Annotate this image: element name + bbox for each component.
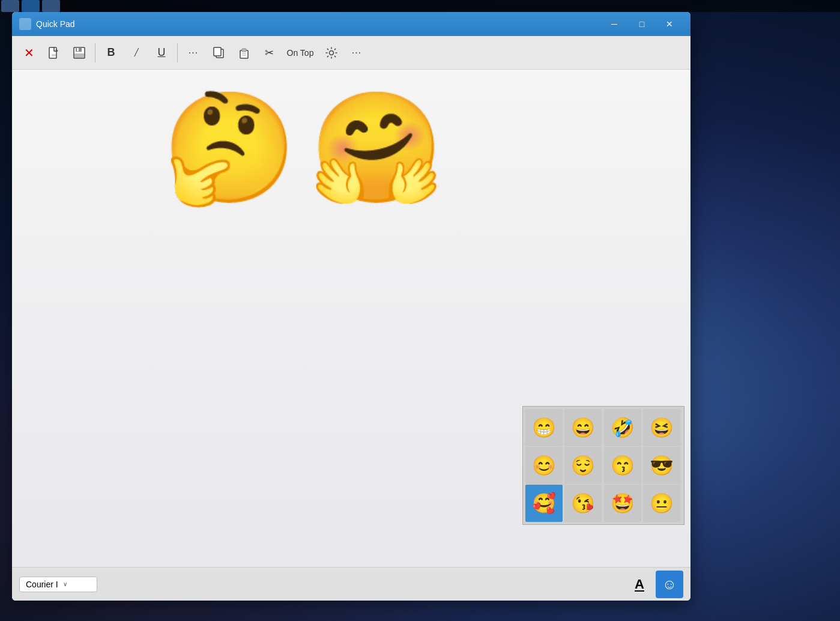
font-selector[interactable]: Courier I ∨: [19, 577, 97, 592]
app-window: Quick Pad ─ □ ✕ ✕ B: [12, 12, 690, 601]
taskbar-icon-2[interactable]: [22, 0, 40, 12]
emoji-cell-6[interactable]: 😙: [604, 447, 641, 484]
settings-button[interactable]: [319, 41, 343, 65]
svg-rect-0: [49, 47, 56, 58]
copy-button[interactable]: [207, 41, 231, 65]
status-bar-right: A ☺: [626, 571, 683, 598]
emoji-cell-2[interactable]: 🤣: [604, 409, 641, 446]
window-title: Quick Pad: [36, 19, 600, 29]
emoji-hugging: 🤗: [309, 94, 444, 202]
save-icon: [73, 46, 86, 59]
font-dropdown-arrow: ∨: [63, 581, 67, 587]
title-bar: Quick Pad ─ □ ✕: [12, 12, 690, 36]
svg-rect-6: [77, 48, 79, 51]
emoji-cell-0[interactable]: 😁: [525, 409, 563, 446]
emoji-cell-7[interactable]: 😎: [643, 447, 680, 484]
emoji-thinking: 🤔: [162, 94, 297, 202]
emoji-cell-1[interactable]: 😄: [564, 409, 602, 446]
taskbar-icon-1[interactable]: [1, 0, 19, 12]
font-name: Courier I: [26, 580, 58, 589]
maximize-button[interactable]: □: [628, 12, 656, 36]
emoji-cell-8[interactable]: 🥰: [525, 485, 563, 522]
paste-icon: [237, 46, 250, 59]
save-button[interactable]: [67, 41, 91, 65]
text-format-button[interactable]: A: [626, 571, 653, 598]
toolbar: ✕ B / U ···: [12, 36, 690, 70]
taskbar-icon-3[interactable]: [42, 0, 60, 12]
emoji-picker-panel: 😁 😄 🤣 😆 😊 😌 😙 😎 🥰 😘 🤩 😐: [522, 406, 684, 525]
svg-rect-9: [214, 47, 221, 56]
svg-rect-7: [74, 53, 84, 58]
emoji-cell-9[interactable]: 😘: [564, 485, 602, 522]
separator-1: [95, 43, 95, 62]
italic-button[interactable]: /: [124, 41, 148, 65]
on-top-button[interactable]: On Top: [282, 41, 318, 65]
emoji-cell-5[interactable]: 😌: [564, 447, 602, 484]
more-formatting-button[interactable]: ···: [181, 41, 205, 65]
emoji-picker-toggle-button[interactable]: ☺: [656, 571, 683, 598]
status-bar: Courier I ∨ A ☺: [12, 567, 690, 601]
copy-icon: [212, 46, 225, 59]
underline-button[interactable]: U: [150, 41, 174, 65]
svg-point-14: [330, 50, 334, 55]
svg-rect-11: [242, 49, 246, 52]
separator-2: [177, 43, 178, 62]
title-bar-controls: ─ □ ✕: [600, 12, 683, 36]
app-icon: [19, 18, 31, 30]
close-button[interactable]: ✕: [656, 12, 683, 36]
bold-button[interactable]: B: [99, 41, 123, 65]
minimize-button[interactable]: ─: [600, 12, 628, 36]
emoji-cell-4[interactable]: 😊: [525, 447, 563, 484]
settings-icon: [325, 46, 338, 59]
editor-content: 🤔 🤗: [162, 94, 444, 202]
paste-button[interactable]: [232, 41, 256, 65]
cut-button[interactable]: ✂: [257, 41, 281, 65]
emoji-cell-10[interactable]: 🤩: [604, 485, 641, 522]
editor-area[interactable]: 🤔 🤗 😁 😄 🤣 😆 😊 😌 😙 😎 🥰 😘 🤩 😐: [12, 70, 690, 567]
new-file-button[interactable]: [42, 41, 66, 65]
overflow-menu-button[interactable]: ···: [345, 41, 369, 65]
taskbar: [0, 0, 840, 12]
emoji-cell-3[interactable]: 😆: [643, 409, 680, 446]
clear-button[interactable]: ✕: [17, 41, 41, 65]
emoji-cell-11[interactable]: 😐: [643, 485, 680, 522]
new-file-icon: [47, 46, 61, 59]
